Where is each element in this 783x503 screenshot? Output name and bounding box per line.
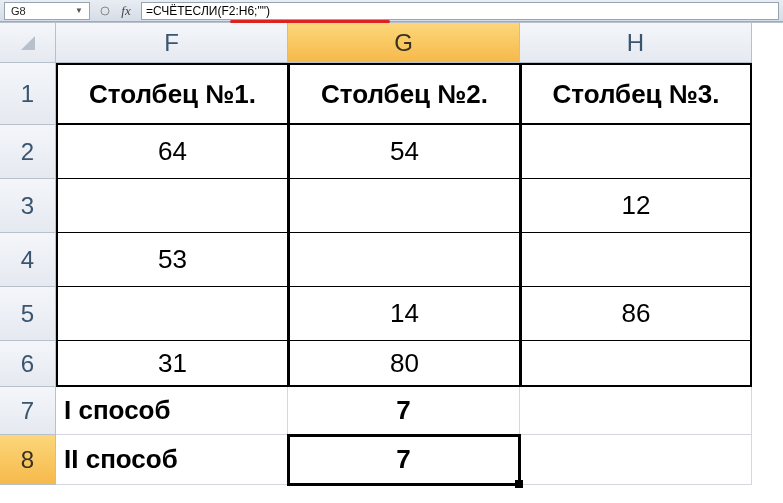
annotation-underline	[230, 20, 390, 23]
cell-F5[interactable]	[56, 287, 288, 341]
col-header-F[interactable]: F	[56, 23, 288, 63]
spreadsheet-grid[interactable]: F G H 1 Столбец №1. Столбец №2. Столбец …	[0, 22, 783, 485]
cancel-icon[interactable]	[96, 3, 114, 19]
row-header-8[interactable]: 8	[0, 435, 56, 485]
cell-F8[interactable]: II способ	[56, 435, 288, 485]
select-all-corner[interactable]	[0, 23, 56, 63]
cell-G2[interactable]: 54	[288, 125, 520, 179]
row-header-6[interactable]: 6	[0, 341, 56, 387]
row-header-1[interactable]: 1	[0, 63, 56, 125]
formula-text: =СЧЁТЕСЛИ(F2:H6;"")	[146, 4, 270, 18]
cell-H1[interactable]: Столбец №3.	[520, 63, 752, 125]
cell-G1[interactable]: Столбец №2.	[288, 63, 520, 125]
cell-G7[interactable]: 7	[288, 387, 520, 435]
name-box-dropdown-icon[interactable]: ▼	[75, 6, 83, 15]
cell-H5[interactable]: 86	[520, 287, 752, 341]
cell-H4[interactable]	[520, 233, 752, 287]
col-header-H[interactable]: H	[520, 23, 752, 63]
cell-H3[interactable]: 12	[520, 179, 752, 233]
cell-H6[interactable]	[520, 341, 752, 387]
name-box-value: G8	[11, 5, 26, 17]
fx-icon[interactable]: fx	[117, 3, 135, 19]
row-header-2[interactable]: 2	[0, 125, 56, 179]
cell-H8[interactable]	[520, 435, 752, 485]
cell-F2[interactable]: 64	[56, 125, 288, 179]
formula-bar: G8 ▼ fx =СЧЁТЕСЛИ(F2:H6;"")	[0, 0, 783, 22]
cell-G3[interactable]	[288, 179, 520, 233]
cell-G8[interactable]: 7	[288, 435, 520, 485]
fill-handle[interactable]	[515, 480, 523, 488]
cell-F3[interactable]	[56, 179, 288, 233]
formula-controls: fx	[96, 3, 135, 19]
cell-G8-value: 7	[396, 444, 410, 475]
cell-F4[interactable]: 53	[56, 233, 288, 287]
cell-G5[interactable]: 14	[288, 287, 520, 341]
cell-F7[interactable]: I способ	[56, 387, 288, 435]
formula-input[interactable]: =СЧЁТЕСЛИ(F2:H6;"")	[141, 2, 779, 20]
row-header-7[interactable]: 7	[0, 387, 56, 435]
row-header-3[interactable]: 3	[0, 179, 56, 233]
cell-F6[interactable]: 31	[56, 341, 288, 387]
svg-point-0	[101, 7, 109, 15]
cell-H2[interactable]	[520, 125, 752, 179]
name-box[interactable]: G8 ▼	[4, 2, 90, 20]
row-header-4[interactable]: 4	[0, 233, 56, 287]
cell-G6[interactable]: 80	[288, 341, 520, 387]
row-header-5[interactable]: 5	[0, 287, 56, 341]
col-header-G[interactable]: G	[288, 23, 520, 63]
cell-H7[interactable]	[520, 387, 752, 435]
cell-G4[interactable]	[288, 233, 520, 287]
cell-F1[interactable]: Столбец №1.	[56, 63, 288, 125]
